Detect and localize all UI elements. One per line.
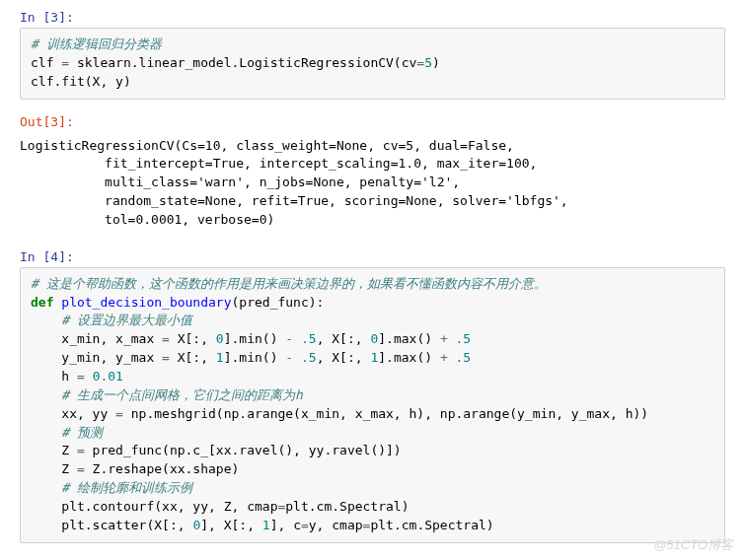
code-text: ], c bbox=[270, 518, 301, 532]
number: .5 bbox=[301, 350, 317, 365]
comment: # 预测 bbox=[31, 425, 103, 440]
cell-in-3: In [3]: # 训练逻辑回归分类器 clf = sklearn.linear… bbox=[20, 10, 725, 100]
op: - bbox=[285, 331, 293, 346]
code-text: ].max() bbox=[378, 331, 440, 346]
output-area-3: LogisticRegressionCV(Cs=10, class_weight… bbox=[20, 132, 725, 235]
op: = bbox=[61, 55, 69, 70]
watermark: @51CTO博客 bbox=[653, 536, 733, 554]
number: 5 bbox=[424, 55, 432, 70]
comment: # 绘制轮廓和训练示例 bbox=[31, 480, 192, 495]
code-text: clf bbox=[31, 55, 61, 70]
code-text: sklearn.linear_model.LogisticRegressionC… bbox=[69, 55, 416, 70]
keyword-def: def bbox=[31, 295, 53, 310]
code-text: x_min, x_max bbox=[31, 331, 162, 346]
code-text: ].min() bbox=[224, 331, 286, 346]
op: = bbox=[77, 443, 85, 457]
op: = bbox=[115, 406, 123, 421]
op: = bbox=[77, 461, 85, 476]
number: .5 bbox=[301, 331, 317, 346]
code-text: y, cmap bbox=[309, 518, 363, 532]
code-text: Z bbox=[31, 461, 77, 476]
cell-in-4: In [4]: # 这是个帮助函数，这个函数的作用是用来画决策边界的，如果看不懂… bbox=[20, 249, 725, 543]
code-text bbox=[448, 331, 456, 346]
number: .5 bbox=[456, 350, 472, 365]
code-text bbox=[448, 350, 456, 365]
code-text: plt.scatter(X[:, bbox=[31, 518, 192, 532]
code-text: , X[:, bbox=[317, 350, 371, 365]
code-text: ].min() bbox=[224, 350, 286, 365]
code-text: y_min, y_max bbox=[31, 350, 162, 365]
comment: # 训练逻辑回归分类器 bbox=[31, 36, 162, 51]
code-text: ) bbox=[432, 55, 440, 70]
number: 0 bbox=[216, 331, 224, 346]
code-text bbox=[293, 331, 301, 346]
op: + bbox=[440, 350, 448, 365]
op: = bbox=[162, 350, 170, 365]
number: 1 bbox=[262, 518, 270, 532]
comment: # 设置边界最大最小值 bbox=[31, 313, 192, 327]
cell-out-3: Out[3]: LogisticRegressionCV(Cs=10, clas… bbox=[20, 114, 725, 235]
op: = bbox=[301, 518, 309, 532]
code-text: plt.cm.Spectral) bbox=[370, 518, 493, 532]
code-text: clf.fit(X, y) bbox=[31, 74, 131, 89]
prompt-in-3: In [3]: bbox=[20, 10, 725, 25]
code-text: X[:, bbox=[170, 350, 216, 365]
code-text: ], X[:, bbox=[200, 518, 262, 532]
op: + bbox=[440, 331, 448, 346]
code-area-3[interactable]: # 训练逻辑回归分类器 clf = sklearn.linear_model.L… bbox=[20, 28, 725, 100]
code-text: plt.cm.Spectral) bbox=[285, 499, 409, 514]
comment: # 生成一个点间网格，它们之间的距离为h bbox=[31, 387, 303, 402]
code-text: h bbox=[31, 369, 77, 384]
prompt-out-3: Out[3]: bbox=[20, 114, 725, 129]
code-text: X[:, bbox=[170, 331, 216, 346]
code-text: pred_func(np.c_[xx.ravel(), yy.ravel()]) bbox=[85, 443, 402, 457]
prompt-in-4: In [4]: bbox=[20, 249, 725, 264]
code-text: , X[:, bbox=[317, 331, 371, 346]
number: .5 bbox=[456, 331, 472, 346]
code-text: xx, yy bbox=[31, 406, 115, 421]
code-text: ].max() bbox=[378, 350, 440, 365]
code-text bbox=[85, 369, 93, 384]
op: = bbox=[162, 331, 170, 346]
code-text: Z.reshape(xx.shape) bbox=[85, 461, 240, 476]
op: = bbox=[416, 55, 424, 70]
code-text: plt.contourf(xx, yy, Z, cmap bbox=[31, 499, 277, 514]
number: 0.01 bbox=[93, 369, 123, 384]
op: - bbox=[285, 350, 293, 365]
code-text: np.meshgrid(np.arange(x_min, x_max, h), … bbox=[123, 406, 648, 421]
func-name: plot_decision_boundary bbox=[61, 295, 231, 310]
code-text: Z bbox=[31, 443, 77, 457]
code-text bbox=[293, 350, 301, 365]
code-text: (pred_func): bbox=[232, 295, 325, 310]
comment: # 这是个帮助函数，这个函数的作用是用来画决策边界的，如果看不懂函数内容不用介意… bbox=[31, 276, 547, 291]
code-area-4[interactable]: # 这是个帮助函数，这个函数的作用是用来画决策边界的，如果看不懂函数内容不用介意… bbox=[20, 267, 725, 543]
number: 1 bbox=[216, 350, 224, 365]
op: = bbox=[77, 369, 85, 384]
